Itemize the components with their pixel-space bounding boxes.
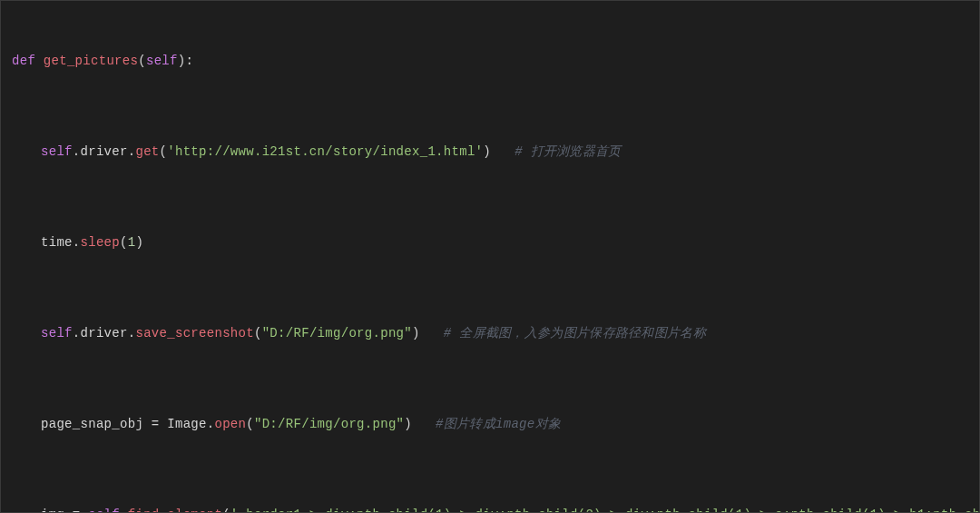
code-line[interactable]: time.sleep(1): [1, 232, 979, 254]
comment: # 全屏截图，入参为图片保存路径和图片名称: [444, 322, 706, 345]
code-editor[interactable]: def get_pictures(self): self.driver.get(…: [1, 1, 979, 513]
param-self: self: [146, 50, 178, 73]
code-line[interactable]: self.driver.save_screenshot("D:/RF/img/o…: [1, 322, 979, 345]
keyword-def: def: [12, 50, 35, 73]
code-line[interactable]: self.driver.get('http://www.i21st.cn/sto…: [1, 141, 979, 163]
comment: # 打开浏览器首页: [514, 141, 622, 163]
code-line[interactable]: img = self.find_element('.border1 > div:…: [1, 504, 979, 513]
code-line[interactable]: page_snap_obj = Image.open("D:/RF/img/or…: [1, 413, 979, 436]
code-line[interactable]: def get_pictures(self):: [1, 50, 979, 73]
function-name: get_pictures: [44, 50, 138, 73]
comment: #图片转成image对象: [436, 413, 561, 436]
